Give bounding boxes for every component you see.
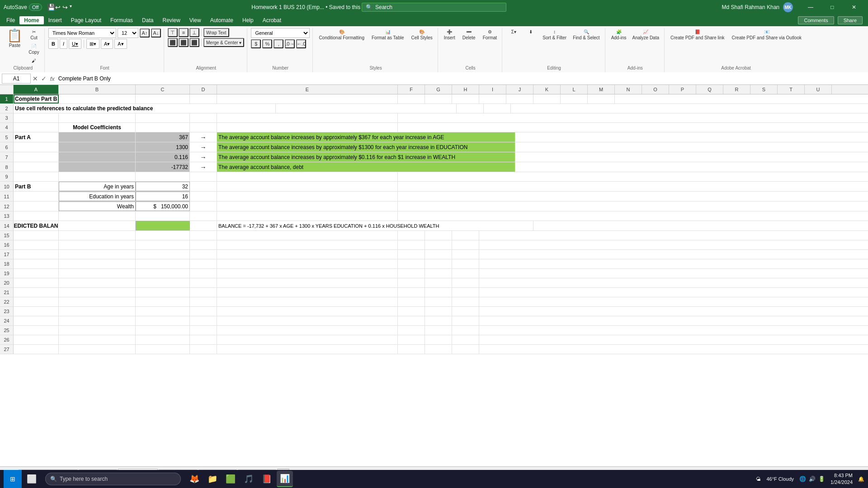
col-header-B[interactable]: B bbox=[59, 85, 136, 94]
format-as-table-button[interactable]: 📊 Format as Table bbox=[369, 28, 406, 42]
search-bar[interactable]: 🔍 Search bbox=[362, 3, 506, 12]
cell-H18[interactable] bbox=[452, 259, 479, 268]
cell-B1[interactable] bbox=[59, 94, 136, 103]
cell-H19[interactable] bbox=[452, 269, 479, 278]
menu-automate[interactable]: Automate bbox=[206, 16, 238, 24]
maximize-button[interactable]: □ bbox=[822, 0, 843, 14]
col-header-N[interactable]: N bbox=[615, 85, 642, 94]
cell-B17[interactable] bbox=[59, 250, 136, 259]
minimize-button[interactable]: — bbox=[800, 0, 821, 14]
cell-B11[interactable]: Education in years bbox=[59, 192, 136, 201]
cell-G27[interactable] bbox=[425, 345, 452, 354]
cell-K1[interactable] bbox=[533, 94, 561, 103]
taskview-button[interactable]: ⬜ bbox=[24, 471, 40, 487]
share-button[interactable]: Share bbox=[838, 16, 863, 24]
col-header-I[interactable]: I bbox=[479, 85, 506, 94]
row-num-13[interactable]: 13 bbox=[0, 211, 14, 221]
cell-A24[interactable] bbox=[14, 316, 59, 325]
paste-button[interactable]: 📋 Paste bbox=[5, 28, 25, 49]
cell-A20[interactable] bbox=[14, 278, 59, 287]
cell-D9[interactable] bbox=[190, 172, 217, 181]
cell-H22[interactable] bbox=[452, 297, 479, 306]
cell-E25[interactable] bbox=[217, 326, 398, 335]
insert-button[interactable]: ➕ Insert bbox=[442, 28, 458, 42]
dropdown-icon[interactable]: ▾ bbox=[70, 4, 72, 11]
align-middle-button[interactable]: ≡ bbox=[179, 28, 189, 37]
cell-A23[interactable] bbox=[14, 307, 59, 316]
number-format-select[interactable]: General bbox=[251, 28, 310, 38]
cell-B4[interactable]: Model Coefficients bbox=[59, 123, 136, 132]
row-num-6[interactable]: 6 bbox=[0, 142, 14, 152]
cell-A4[interactable] bbox=[14, 123, 59, 132]
cell-E23[interactable] bbox=[217, 307, 398, 316]
cell-H1[interactable] bbox=[452, 94, 479, 103]
cell-G2[interactable] bbox=[484, 104, 511, 113]
copy-button[interactable]: 📄 Copy bbox=[26, 42, 42, 56]
cell-C8[interactable]: -17732 bbox=[136, 162, 190, 172]
cell-B10[interactable]: Age in years bbox=[59, 182, 136, 191]
col-header-J[interactable]: J bbox=[506, 85, 533, 94]
row-num-10[interactable]: 10 bbox=[0, 182, 14, 191]
formula-input[interactable]: Complete Part B Only bbox=[57, 75, 866, 82]
cell-G25[interactable] bbox=[425, 326, 452, 335]
col-header-K[interactable]: K bbox=[533, 85, 561, 94]
row-num-18[interactable]: 18 bbox=[0, 259, 14, 268]
cell-G22[interactable] bbox=[425, 297, 452, 306]
cell-C14[interactable] bbox=[136, 221, 190, 230]
row-num-2[interactable]: 2 bbox=[0, 104, 14, 113]
confirm-formula-button[interactable]: ✓ bbox=[41, 75, 47, 82]
cell-D18[interactable] bbox=[190, 259, 217, 268]
cell-E4[interactable] bbox=[217, 123, 398, 132]
cell-C27[interactable] bbox=[136, 345, 190, 354]
cell-C24[interactable] bbox=[136, 316, 190, 325]
avatar[interactable]: MK bbox=[783, 2, 793, 12]
menu-review[interactable]: Review bbox=[158, 16, 184, 24]
cell-E19[interactable] bbox=[217, 269, 398, 278]
sum-button[interactable]: Σ▾ bbox=[506, 28, 521, 36]
menu-insert[interactable]: Insert bbox=[44, 16, 66, 24]
cell-F15[interactable] bbox=[398, 231, 425, 240]
col-header-E[interactable]: E bbox=[217, 85, 398, 94]
cell-D14[interactable] bbox=[190, 221, 217, 230]
cell-A12[interactable] bbox=[14, 202, 59, 211]
cell-G24[interactable] bbox=[425, 316, 452, 325]
cell-A19[interactable] bbox=[14, 269, 59, 278]
menu-formulas[interactable]: Formulas bbox=[106, 16, 137, 24]
analyze-data-button[interactable]: 📈 Analyze Data bbox=[630, 28, 661, 42]
cell-B16[interactable] bbox=[59, 240, 136, 249]
cell-A27[interactable] bbox=[14, 345, 59, 354]
cell-C13[interactable] bbox=[136, 211, 190, 221]
cell-B9[interactable] bbox=[59, 172, 136, 181]
cell-E8[interactable]: The average account balance, debt bbox=[217, 162, 515, 172]
col-header-S[interactable]: S bbox=[750, 85, 778, 94]
cell-G16[interactable] bbox=[425, 240, 452, 249]
cell-E24[interactable] bbox=[217, 316, 398, 325]
cell-F27[interactable] bbox=[398, 345, 425, 354]
cell-G1[interactable] bbox=[425, 94, 452, 103]
cell-D20[interactable] bbox=[190, 278, 217, 287]
cell-C12[interactable]: $ 150,000.00 bbox=[136, 202, 190, 211]
cell-A15[interactable] bbox=[14, 231, 59, 240]
taskbar-app-5[interactable]: 📕 bbox=[259, 471, 275, 487]
cell-E17[interactable] bbox=[217, 250, 398, 259]
cell-D17[interactable] bbox=[190, 250, 217, 259]
cell-A1[interactable]: Complete Part B Only bbox=[14, 94, 59, 103]
redo-icon[interactable]: ↪ bbox=[62, 4, 68, 11]
cell-B19[interactable] bbox=[59, 269, 136, 278]
sort-filter-button[interactable]: ↕ Sort & Filter bbox=[540, 28, 569, 42]
row-num-16[interactable]: 16 bbox=[0, 240, 14, 249]
cell-E14[interactable]: BALANCE = -17,732 + 367 x AGE + 1300 x Y… bbox=[217, 221, 533, 230]
close-button[interactable]: ✕ bbox=[844, 0, 864, 14]
cell-H20[interactable] bbox=[452, 278, 479, 287]
cell-D6[interactable]: → bbox=[190, 142, 217, 152]
cell-A18[interactable] bbox=[14, 259, 59, 268]
cell-E26[interactable] bbox=[217, 335, 398, 344]
border-button[interactable]: ⊞▾ bbox=[86, 39, 99, 49]
cell-G20[interactable] bbox=[425, 278, 452, 287]
cell-A5[interactable]: Part A bbox=[14, 132, 59, 142]
cell-I1[interactable] bbox=[479, 94, 506, 103]
cell-E6[interactable]: The average account balance increases by… bbox=[217, 142, 515, 152]
menu-home[interactable]: Home bbox=[19, 16, 43, 24]
cell-D11[interactable] bbox=[190, 192, 217, 201]
cell-A22[interactable] bbox=[14, 297, 59, 306]
